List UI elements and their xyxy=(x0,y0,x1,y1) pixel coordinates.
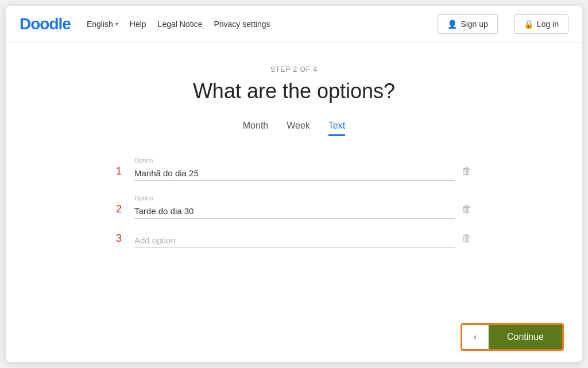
back-button[interactable]: ‹ xyxy=(462,325,489,349)
tab-month[interactable]: Month xyxy=(243,121,268,136)
option-row-2: 2 Option 🗑 xyxy=(116,195,472,219)
option-row-3: 3 🗑 xyxy=(116,233,472,248)
nav-legal-link[interactable]: Legal Notice xyxy=(158,20,203,29)
login-button[interactable]: 🔒 Log in xyxy=(514,14,568,34)
language-selector[interactable]: English ▾ xyxy=(87,20,118,29)
option-label-1: Option xyxy=(134,157,455,164)
options-form: 1 Option 🗑 2 Option 🗑 3 xyxy=(116,157,472,248)
option-input-2[interactable] xyxy=(134,204,455,219)
option-number-3: 3 xyxy=(116,233,127,248)
logo: Doodle xyxy=(20,15,71,33)
main-content: STEP 2 OF 4 What are the options? Month … xyxy=(6,42,582,312)
delete-option-3-button[interactable]: 🗑 xyxy=(462,233,472,248)
nav-privacy-link[interactable]: Privacy settings xyxy=(214,20,270,29)
login-label: Log in xyxy=(537,20,559,29)
option-number-2: 2 xyxy=(116,203,127,219)
signup-label: Sign up xyxy=(461,20,488,29)
option-type-tabs: Month Week Text xyxy=(243,121,345,136)
app-window: Doodle English ▾ Help Legal Notice Priva… xyxy=(6,6,582,362)
navbar: Doodle English ▾ Help Legal Notice Priva… xyxy=(6,6,582,42)
option-field-2: Option xyxy=(134,195,455,219)
tab-week[interactable]: Week xyxy=(287,121,310,136)
nav-help-link[interactable]: Help xyxy=(130,20,146,29)
option-field-1: Option xyxy=(134,157,455,181)
signup-button[interactable]: 👤 Sign up xyxy=(438,14,497,34)
option-row-1: 1 Option 🗑 xyxy=(116,157,472,181)
option-number-1: 1 xyxy=(116,165,127,181)
chevron-down-icon: ▾ xyxy=(115,21,118,27)
continue-button[interactable]: Continue xyxy=(489,325,562,349)
option-label-2: Option xyxy=(134,195,455,202)
footer: ‹ Continue xyxy=(6,312,582,362)
tab-text[interactable]: Text xyxy=(328,121,345,136)
delete-option-1-button[interactable]: 🗑 xyxy=(462,165,472,181)
page-title: What are the options? xyxy=(193,79,395,103)
footer-button-group: ‹ Continue xyxy=(461,323,564,351)
add-option-input[interactable] xyxy=(134,233,455,248)
language-label: English xyxy=(87,20,113,29)
lock-icon: 🔒 xyxy=(524,20,533,29)
person-icon: 👤 xyxy=(447,20,457,29)
option-field-3 xyxy=(134,233,455,248)
delete-option-2-button[interactable]: 🗑 xyxy=(462,203,472,219)
step-indicator: STEP 2 OF 4 xyxy=(270,65,318,73)
option-input-1[interactable] xyxy=(134,166,455,181)
